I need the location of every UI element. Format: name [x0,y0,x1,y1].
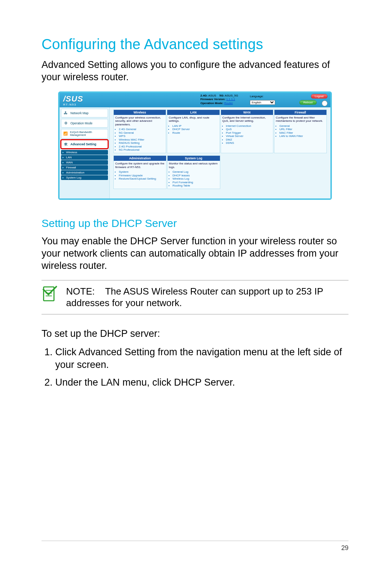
card-desc: Configure your wireless connection, secu… [114,115,166,127]
fw-label: Firmware Version: [200,98,225,101]
ssid24-value: ASUS [208,94,216,97]
router-sidebar: 🖧 Network Map ⚙ Operation Mode 📶 EzQoS B… [60,107,110,199]
link-restore-save-upload[interactable]: Restore/Save/Upload Setting [119,177,166,180]
sidebar-item-label: EzQoS Bandwidth Management [70,131,106,137]
link-firmware-upgrade[interactable]: Firmware Upgrade [119,174,166,177]
sidebar-sub-wireless[interactable]: Wireless [61,150,108,155]
card-title: Firewall [274,110,326,115]
reboot-button[interactable]: Reboot [299,100,317,105]
card-title: LAN [167,110,219,115]
footer-rule [42,541,348,541]
link-virtual-server[interactable]: Virtual Server [226,134,273,138]
sidebar-sub-lan[interactable]: LAN [61,155,108,160]
card-wireless: Wireless Configure your wireless connect… [113,110,166,154]
sidebar-item-operation-mode[interactable]: ⚙ Operation Mode [61,119,108,128]
card-firewall: Firewall Configure the firewall and filt… [274,110,327,154]
card-title: System Log [168,156,220,161]
sidebar-item-label: Operation Mode [70,121,92,125]
steps-list: Click Advanced Setting from the navigati… [42,346,348,389]
card-system-log: System Log Monitor the status and variou… [167,155,220,189]
link-mac-filter[interactable]: MAC Filter [280,131,326,134]
network-icon: 🖧 [63,111,68,116]
link-general-log[interactable]: General Log [173,170,220,173]
sidebar-submenu: Wireless LAN WAN Firewall Administration… [61,150,108,180]
link-wireless-log[interactable]: Wireless Log [173,177,220,180]
link-url-filter[interactable]: URL Filter [280,128,326,131]
link-24g-professional[interactable]: 2.4G Professional [119,145,166,148]
card-desc: Configure the firewall and filter mechan… [274,115,326,124]
header-info: 2.4G: ASUS 5G: ASUS_5G Firmware Version:… [110,93,247,107]
note-block: NOTE: The ASUS Wireless Router can suppo… [42,280,348,314]
link-lan-ip[interactable]: LAN IP [172,124,219,128]
sidebar-sub-firewall[interactable]: Firewall [61,165,108,170]
link-dhcp-server[interactable]: DHCP Server [172,128,219,131]
sidebar-sub-wan[interactable]: WAN [61,160,108,165]
sidebar-sub-admin[interactable]: Administration [61,170,108,175]
ssid24-label: 2.4G: [200,94,208,97]
card-wan: WAN Configure the Internet connection, Q… [221,110,273,154]
globe-icon[interactable] [322,100,328,106]
logout-button[interactable]: Logout [311,94,328,99]
link-port-trigger[interactable]: Port Trigger [226,131,273,134]
link-internet-connection[interactable]: Internet Connection [226,124,273,128]
link-dhcp-leases[interactable]: DHCP leases [173,174,220,177]
link-24g-general[interactable]: 2.4G General [119,128,166,131]
subheading-dhcp: Setting up the DHCP Server [42,217,348,229]
sidebar-sub-syslog[interactable]: System Log [61,175,108,180]
card-desc: Configure the Internet connection, QoS, … [221,115,273,124]
card-title: WAN [221,110,273,115]
card-desc: Monitor the status and various system lo… [168,161,220,169]
ssid5-value: ASUS_5G [225,94,238,97]
sidebar-item-network-map[interactable]: 🖧 Network Map [61,109,108,117]
sidebar-item-label: Advanced Setting [70,142,96,146]
language-select[interactable]: English [250,100,275,105]
link-system[interactable]: System [119,170,166,173]
link-ddns[interactable]: DDNS [226,141,273,145]
step-1: Click Advanced Setting from the navigati… [55,346,348,371]
tools-icon: 🛠 [63,142,68,147]
link-route[interactable]: Route [172,131,219,134]
brand-text: /SUS [63,94,110,104]
intro-paragraph: Advanced Setting allows you to configure… [42,59,348,83]
router-ui-screenshot: /SUS RT-N53 2.4G: ASUS 5G: ASUS_5G Firmw… [42,91,348,200]
sub-intro: You may enable the DHCP Server function … [42,235,348,272]
link-lan-to-wan-filter[interactable]: LAN to WAN Filter [280,134,326,138]
card-desc: Configure LAN, dhcp, and route settings. [167,115,219,124]
link-routing-table[interactable]: Routing Table [173,184,220,187]
card-title: Wireless [114,110,166,115]
fw-link[interactable]: 1.1.1.1 [226,98,235,101]
card-lan: LAN Configure LAN, dhcp, and route setti… [167,110,220,154]
link-radius-setting[interactable]: RADIUS Setting [119,141,166,145]
sidebar-item-advanced-setting[interactable]: 🛠 Advanced Setting [61,140,108,149]
note-label: NOTE: [66,286,95,297]
card-title: Administration [114,156,166,161]
mode-icon: ⚙ [63,121,68,126]
link-port-forwarding[interactable]: Port Forwarding [173,181,220,184]
router-content: Wireless Configure your wireless connect… [110,107,330,199]
page-title: Configuring the Advanced settings [42,36,348,52]
sidebar-item-ezqos[interactable]: 📶 EzQoS Bandwidth Management [61,129,108,139]
link-5g-general[interactable]: 5G General [119,131,166,134]
card-desc: Configure the system and upgrade the fir… [114,161,166,169]
model-text: RT-N53 [63,103,110,106]
link-wireless-mac-filter[interactable]: Wireless MAC Filter [119,138,166,141]
note-icon [42,286,58,302]
ssid5-label: 5G: [219,94,224,97]
steps-intro: To set up the DHCP server: [42,328,348,339]
router-logo: /SUS RT-N53 [60,93,110,107]
card-administration: Administration Configure the system and … [113,155,166,189]
sidebar-item-label: Network Map [70,111,88,115]
step-2: Under the LAN menu, click DHCP Server. [55,376,348,389]
note-text: The ASUS Wireless Router can support up … [66,286,323,309]
mode-label: Operation Mode: [200,102,224,105]
mode-link[interactable]: Router [224,102,233,105]
link-dmz[interactable]: DMZ [226,138,273,141]
link-wps[interactable]: WPS [119,134,166,138]
qos-icon: 📶 [63,131,68,136]
link-5g-professional[interactable]: 5G Professional [119,148,166,151]
page-number: 29 [341,544,348,552]
link-qos[interactable]: QoS [226,128,273,131]
language-label: Language: [250,95,264,98]
link-fw-general[interactable]: General [280,124,326,128]
